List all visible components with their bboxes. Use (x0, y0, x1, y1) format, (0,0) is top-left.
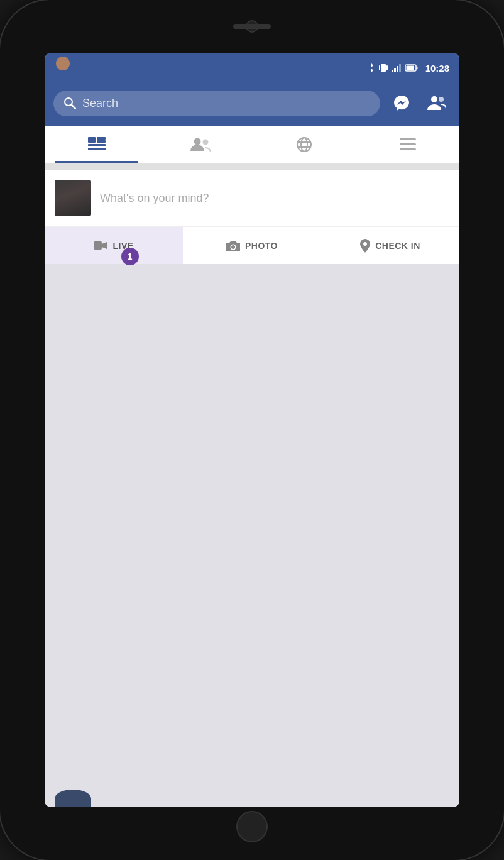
nav-tabs (45, 126, 459, 163)
phone-device: 10:28 Search (0, 0, 504, 860)
tab-friends[interactable] (148, 126, 252, 163)
status-time: 10:28 (425, 63, 449, 74)
photo-button[interactable]: PHOTO (183, 227, 321, 264)
svg-point-12 (431, 96, 437, 102)
tab-friends-icon (190, 137, 211, 152)
section-divider (45, 163, 459, 170)
svg-point-20 (202, 139, 208, 145)
photo-label: PHOTO (245, 241, 278, 251)
svg-rect-9 (416, 67, 417, 70)
svg-rect-4 (394, 68, 396, 72)
phone-speaker (233, 24, 271, 29)
svg-rect-8 (406, 66, 414, 70)
svg-point-19 (194, 138, 200, 145)
status-icons: 10:28 (366, 63, 449, 74)
checkin-button[interactable]: CHECK IN (321, 227, 459, 264)
svg-rect-26 (400, 143, 416, 145)
action-bar: LIVE 1 PHOTO CHECK IN (45, 226, 459, 264)
svg-point-22 (301, 138, 307, 152)
search-placeholder: Search (82, 97, 370, 110)
top-bar: Search (45, 83, 459, 126)
live-button[interactable]: LIVE 1 (45, 227, 183, 264)
status-bar: 10:28 (45, 53, 459, 83)
phone-home-button[interactable] (236, 811, 268, 842)
globe-icon (296, 136, 312, 153)
svg-rect-17 (88, 144, 106, 146)
svg-point-30 (231, 245, 235, 249)
svg-rect-27 (400, 148, 416, 150)
svg-rect-3 (392, 70, 393, 72)
svg-rect-0 (381, 64, 386, 72)
user-avatar (55, 180, 91, 216)
battery-icon (405, 64, 418, 72)
svg-rect-5 (397, 66, 398, 72)
messenger-icon (393, 94, 410, 112)
tab-feed[interactable] (45, 126, 148, 163)
phone-screen: 10:28 Search (45, 53, 459, 807)
video-icon (94, 241, 107, 251)
bluetooth-icon (366, 63, 375, 73)
camera-icon (226, 240, 240, 251)
news-feed-icon (88, 137, 106, 152)
svg-point-21 (297, 138, 311, 152)
svg-rect-28 (94, 241, 102, 250)
post-composer: What's on your mind? (45, 170, 459, 226)
svg-point-13 (439, 97, 444, 102)
svg-rect-15 (97, 137, 106, 140)
friends-icon (427, 95, 446, 111)
svg-rect-6 (399, 64, 401, 72)
svg-rect-2 (386, 65, 388, 70)
post-placeholder[interactable]: What's on your mind? (100, 192, 449, 205)
svg-rect-16 (97, 140, 106, 143)
svg-line-11 (72, 105, 75, 109)
notification-badge: 1 (121, 248, 139, 265)
svg-rect-25 (400, 138, 416, 140)
svg-rect-18 (88, 148, 106, 150)
vibrate-icon (379, 63, 388, 73)
svg-rect-14 (88, 137, 96, 143)
menu-icon (400, 138, 416, 151)
search-bar[interactable]: Search (53, 91, 380, 116)
messenger-button[interactable] (388, 89, 415, 117)
search-icon (63, 97, 76, 109)
location-icon (360, 239, 370, 253)
signal-icon (392, 63, 402, 72)
feed-content-area (45, 264, 459, 807)
svg-rect-1 (379, 65, 380, 70)
checkin-label: CHECK IN (375, 241, 420, 251)
tab-menu[interactable] (356, 126, 459, 163)
friends-button[interactable] (423, 89, 451, 117)
tab-globe[interactable] (252, 126, 356, 163)
